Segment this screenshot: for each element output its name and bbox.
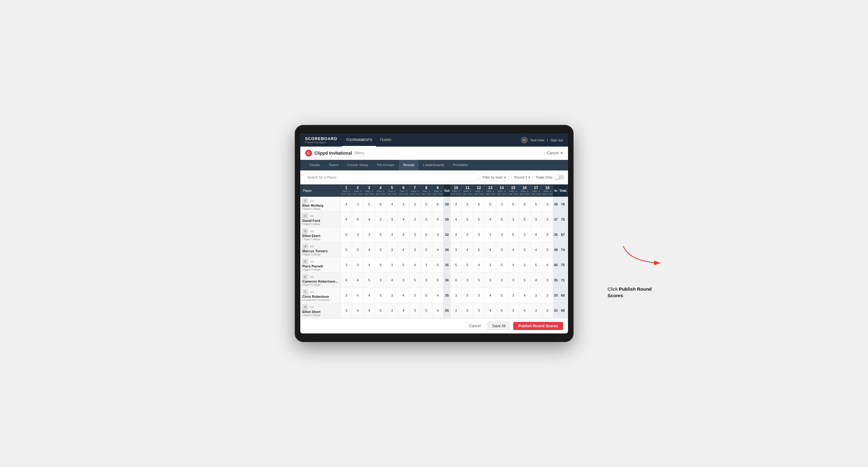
- score-hole-12[interactable]: 6: [473, 197, 485, 212]
- score-hole-8[interactable]: 5: [421, 212, 432, 227]
- score-hole-4[interactable]: 5: [375, 257, 386, 273]
- score-hole-13[interactable]: 4: [485, 212, 496, 227]
- score-hole-5[interactable]: 4: [386, 273, 398, 288]
- score-hole-1[interactable]: 5: [341, 227, 352, 242]
- score-hole-9[interactable]: 4: [432, 242, 443, 257]
- score-hole-17[interactable]: 3: [530, 303, 542, 318]
- score-hole-2[interactable]: 3: [352, 242, 364, 257]
- score-hole-18[interactable]: 3: [542, 197, 553, 212]
- totals-only-toggle[interactable]: [554, 175, 564, 180]
- score-hole-7[interactable]: 5: [409, 273, 421, 288]
- score-hole-2[interactable]: 4: [352, 288, 364, 303]
- filter-by-team-dropdown[interactable]: Filter by team ▾: [480, 173, 509, 182]
- score-hole-17[interactable]: 3: [530, 212, 542, 227]
- score-hole-3[interactable]: 4: [364, 242, 375, 257]
- score-hole-16[interactable]: 5: [519, 212, 530, 227]
- save-all-button[interactable]: Save All: [488, 322, 510, 330]
- score-hole-10[interactable]: 3: [450, 227, 462, 242]
- score-hole-16[interactable]: 4: [519, 288, 530, 303]
- score-hole-16[interactable]: 6: [519, 197, 530, 212]
- score-hole-12[interactable]: 3: [473, 288, 485, 303]
- score-hole-2[interactable]: 3: [352, 257, 364, 273]
- score-hole-16[interactable]: 5: [519, 273, 530, 288]
- score-hole-4[interactable]: 5: [375, 242, 386, 257]
- score-hole-14[interactable]: 5: [496, 288, 507, 303]
- score-hole-10[interactable]: 6: [450, 273, 462, 288]
- score-hole-7[interactable]: 3: [409, 242, 421, 257]
- score-hole-4[interactable]: 5: [375, 288, 386, 303]
- score-hole-14[interactable]: 3: [496, 227, 507, 242]
- score-hole-11[interactable]: 4: [462, 242, 473, 257]
- score-hole-15[interactable]: 3: [507, 288, 519, 303]
- score-hole-18[interactable]: 6: [542, 257, 553, 273]
- score-hole-9[interactable]: 4: [432, 227, 443, 242]
- score-hole-17[interactable]: 4: [530, 273, 542, 288]
- score-hole-11[interactable]: 5: [462, 288, 473, 303]
- score-hole-12[interactable]: 4: [473, 257, 485, 273]
- score-hole-3[interactable]: 3: [364, 227, 375, 242]
- score-hole-15[interactable]: 3: [507, 273, 519, 288]
- score-hole-15[interactable]: 5: [507, 227, 519, 242]
- score-hole-9[interactable]: 6: [432, 197, 443, 212]
- score-hole-14[interactable]: 3: [496, 197, 507, 212]
- score-hole-2[interactable]: 6: [352, 212, 364, 227]
- score-hole-16[interactable]: 3: [519, 227, 530, 242]
- score-hole-1[interactable]: 3: [341, 257, 352, 273]
- score-hole-6[interactable]: 4: [398, 212, 409, 227]
- search-input[interactable]: [304, 173, 477, 182]
- score-hole-1[interactable]: 3: [341, 303, 352, 318]
- score-hole-6[interactable]: 4: [398, 288, 409, 303]
- score-hole-9[interactable]: 4: [432, 303, 443, 318]
- score-hole-12[interactable]: 5: [473, 273, 485, 288]
- score-hole-14[interactable]: 3: [496, 242, 507, 257]
- score-hole-1[interactable]: 5: [341, 242, 352, 257]
- score-hole-9[interactable]: 4: [432, 288, 443, 303]
- score-hole-4[interactable]: 5: [375, 197, 386, 212]
- score-hole-5[interactable]: 3: [386, 303, 398, 318]
- score-hole-8[interactable]: 3: [421, 273, 432, 288]
- score-hole-15[interactable]: 3: [507, 303, 519, 318]
- score-hole-2[interactable]: 4: [352, 273, 364, 288]
- score-hole-11[interactable]: 5: [462, 257, 473, 273]
- score-hole-16[interactable]: 4: [519, 303, 530, 318]
- score-hole-13[interactable]: 3: [485, 273, 496, 288]
- tab-printables[interactable]: Printables: [448, 160, 472, 170]
- score-hole-18[interactable]: 3: [542, 288, 553, 303]
- score-hole-1[interactable]: 4: [341, 273, 352, 288]
- score-hole-18[interactable]: 3: [542, 273, 553, 288]
- score-hole-8[interactable]: 3: [421, 257, 432, 273]
- score-hole-10[interactable]: 3: [450, 242, 462, 257]
- score-hole-4[interactable]: 5: [375, 303, 386, 318]
- score-hole-13[interactable]: 4: [485, 288, 496, 303]
- score-hole-10[interactable]: 3: [450, 303, 462, 318]
- score-hole-3[interactable]: 4: [364, 303, 375, 318]
- score-hole-13[interactable]: 4: [485, 303, 496, 318]
- score-hole-6[interactable]: 4: [398, 303, 409, 318]
- score-hole-14[interactable]: 5: [496, 212, 507, 227]
- score-hole-6[interactable]: 4: [398, 227, 409, 242]
- score-hole-5[interactable]: 3: [386, 242, 398, 257]
- score-hole-14[interactable]: 5: [496, 303, 507, 318]
- score-hole-18[interactable]: 6: [542, 227, 553, 242]
- score-hole-7[interactable]: 3: [409, 212, 421, 227]
- score-hole-4[interactable]: 3: [375, 273, 386, 288]
- score-hole-16[interactable]: 5: [519, 242, 530, 257]
- score-hole-13[interactable]: 4: [485, 242, 496, 257]
- score-hole-1[interactable]: 4: [341, 212, 352, 227]
- tab-course-setup[interactable]: Course Setup: [343, 160, 372, 170]
- score-hole-3[interactable]: 5: [364, 273, 375, 288]
- score-hole-9[interactable]: 5: [432, 257, 443, 273]
- score-hole-17[interactable]: 5: [530, 197, 542, 212]
- score-hole-2[interactable]: 3: [352, 197, 364, 212]
- score-hole-5[interactable]: 4: [386, 197, 398, 212]
- score-hole-8[interactable]: 5: [421, 227, 432, 242]
- round-selector-dropdown[interactable]: Round 3 ▾: [511, 173, 533, 182]
- score-hole-14[interactable]: 3: [496, 273, 507, 288]
- score-hole-5[interactable]: 3: [386, 212, 398, 227]
- score-hole-6[interactable]: 4: [398, 242, 409, 257]
- score-hole-7[interactable]: 3: [409, 227, 421, 242]
- tab-details[interactable]: Details: [305, 160, 324, 170]
- sign-out-link[interactable]: Sign out: [550, 138, 563, 142]
- score-hole-11[interactable]: 5: [462, 197, 473, 212]
- score-hole-2[interactable]: 4: [352, 303, 364, 318]
